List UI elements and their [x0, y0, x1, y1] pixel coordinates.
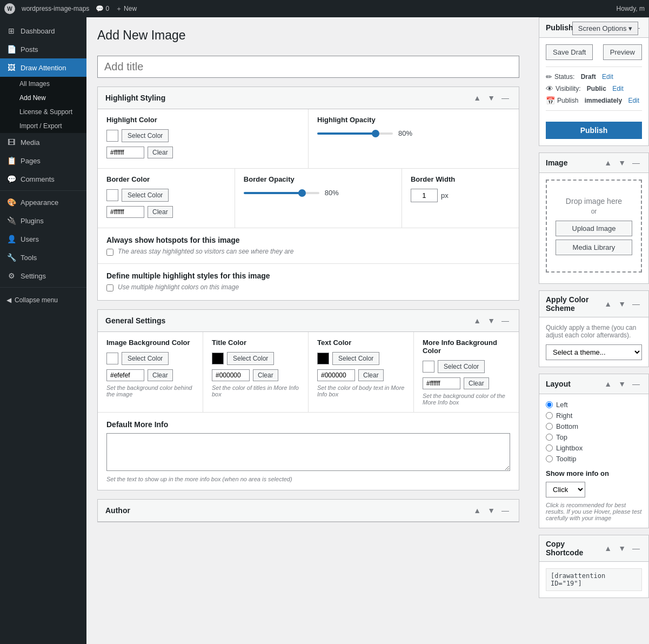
- title-select-color-button[interactable]: Select Color: [227, 352, 274, 365]
- layout-lightbox-radio[interactable]: [546, 444, 553, 452]
- panel-collapse-up[interactable]: ▲: [471, 92, 483, 103]
- general-panel-collapse-up[interactable]: ▲: [471, 315, 483, 326]
- highlight-color-swatch[interactable]: [106, 130, 118, 142]
- visibility-edit-link[interactable]: Edit: [612, 85, 624, 92]
- image-bg-swatch[interactable]: [106, 353, 118, 364]
- layout-panel-down[interactable]: ▼: [616, 379, 628, 389]
- sidebar-item-pages[interactable]: 📋 Pages: [0, 151, 86, 170]
- author-panel-up[interactable]: ▲: [471, 505, 483, 516]
- shortcode-panel-down[interactable]: ▼: [616, 543, 628, 554]
- sidebar-item-tools[interactable]: 🔧 Tools: [0, 248, 86, 267]
- publish-edit-link[interactable]: Edit: [628, 97, 639, 104]
- sidebar-subitem-add-new[interactable]: Add New: [0, 91, 86, 105]
- multiple-styles-row: Use multiple highlight colors on this im…: [106, 283, 510, 291]
- panel-collapse-down[interactable]: ▼: [485, 92, 497, 103]
- layout-top-radio[interactable]: [546, 434, 553, 441]
- sidebar-item-comments[interactable]: 💬 Comments: [0, 170, 86, 188]
- apply-color-scheme-desc: Quickly apply a theme (you can adjust ea…: [546, 324, 642, 339]
- shortcode-panel-close[interactable]: —: [630, 543, 642, 554]
- upload-image-button[interactable]: Upload Image: [556, 221, 632, 236]
- comments-link[interactable]: 💬 0: [96, 5, 109, 12]
- color-scheme-panel-up[interactable]: ▲: [602, 298, 614, 309]
- color-scheme-panel-down[interactable]: ▼: [616, 298, 628, 309]
- multiple-styles-checkbox[interactable]: [106, 284, 113, 291]
- layout-right-radio[interactable]: [546, 412, 553, 419]
- image-bg-clear-button[interactable]: Clear: [148, 369, 173, 381]
- scheme-select[interactable]: Select a theme... Default Dark Light: [546, 344, 642, 360]
- comments-count: 0: [105, 5, 109, 12]
- sidebar-item-draw-attention[interactable]: 🖼 Draw Attention: [0, 58, 86, 77]
- save-draft-button[interactable]: Save Draft: [546, 44, 593, 60]
- sidebar-item-media[interactable]: 🎞 Media: [0, 133, 86, 151]
- image-bg-color-input[interactable]: [106, 369, 144, 381]
- border-width-input[interactable]: [411, 189, 438, 202]
- highlight-opacity-slider[interactable]: [317, 132, 393, 135]
- title-color-input[interactable]: [212, 369, 250, 381]
- color-scheme-panel-close[interactable]: —: [630, 298, 642, 309]
- border-opacity-slider[interactable]: [244, 192, 319, 194]
- status-edit-link[interactable]: Edit: [602, 73, 613, 81]
- title-clear-button[interactable]: Clear: [253, 369, 278, 381]
- show-more-info-select[interactable]: Click Hover: [546, 482, 585, 497]
- more-info-bg-select-color-button[interactable]: Select Color: [438, 360, 485, 373]
- general-panel-collapse-down[interactable]: ▼: [485, 315, 497, 326]
- highlight-clear-button[interactable]: Clear: [148, 147, 173, 158]
- more-info-bg-input[interactable]: [423, 377, 460, 389]
- new-menu[interactable]: ＋ New: [116, 4, 137, 14]
- title-color-swatch[interactable]: [212, 353, 224, 364]
- sidebar-item-plugins[interactable]: 🔌 Plugins: [0, 211, 86, 230]
- multiple-styles-label: Use multiple highlight colors on this im…: [118, 283, 239, 291]
- layout-tooltip-radio[interactable]: [546, 455, 553, 462]
- publish-button[interactable]: Publish: [546, 122, 642, 139]
- image-panel-down[interactable]: ▼: [616, 157, 628, 168]
- border-color-input[interactable]: [106, 206, 144, 218]
- layout-panel-up[interactable]: ▲: [602, 379, 614, 389]
- shortcode-panel-up[interactable]: ▲: [602, 543, 614, 554]
- more-info-bg-clear-button[interactable]: Clear: [464, 377, 489, 389]
- image-panel-up[interactable]: ▲: [602, 157, 614, 168]
- border-color-swatch[interactable]: [106, 189, 118, 201]
- preview-button[interactable]: Preview: [603, 44, 642, 60]
- sidebar-item-appearance[interactable]: 🎨 Appearance: [0, 193, 86, 211]
- sidebar-item-users[interactable]: 👤 Users: [0, 230, 86, 248]
- more-info-bg-desc: Set the background color of the More Inf…: [423, 393, 510, 406]
- collapse-menu[interactable]: ◀ Collapse menu: [0, 292, 86, 308]
- site-name[interactable]: wordpress-image-maps: [22, 5, 89, 12]
- image-panel-close[interactable]: —: [630, 157, 642, 168]
- media-library-button[interactable]: Media Library: [556, 240, 632, 255]
- sidebar-item-settings[interactable]: ⚙ Settings: [0, 267, 86, 285]
- layout-left-radio[interactable]: [546, 401, 553, 408]
- sidebar-subitem-license[interactable]: License & Support: [0, 105, 86, 119]
- always-show-checkbox[interactable]: [106, 249, 113, 256]
- border-clear-button[interactable]: Clear: [148, 206, 173, 218]
- image-bg-select-color-button[interactable]: Select Color: [122, 352, 169, 365]
- general-panel-close[interactable]: —: [499, 315, 511, 326]
- sidebar-subitem-import-export[interactable]: Import / Export: [0, 119, 86, 133]
- topbar: W wordpress-image-maps 💬 0 ＋ New Howdy, …: [0, 0, 649, 17]
- highlight-color-input[interactable]: [106, 147, 144, 158]
- more-info-bg-title: More Info Background Color: [423, 338, 510, 355]
- layout-bottom-radio[interactable]: [546, 423, 553, 430]
- text-color-input[interactable]: [317, 369, 355, 381]
- default-more-info-section: Default More Info Set the text to show u…: [98, 412, 519, 490]
- text-clear-button[interactable]: Clear: [358, 369, 384, 381]
- image-drop-area[interactable]: Drop image here or Upload Image Media Li…: [546, 180, 642, 273]
- sidebar-subitem-all-images[interactable]: All Images: [0, 77, 86, 91]
- layout-panel-close[interactable]: —: [630, 379, 642, 389]
- sidebar-item-posts[interactable]: 📄 Posts: [0, 40, 86, 58]
- default-more-info-textarea[interactable]: [106, 433, 510, 471]
- highlight-color-row: Highlight Color Select Color Clear Highl…: [98, 109, 519, 168]
- author-panel-close[interactable]: —: [499, 505, 511, 516]
- layout-tooltip-label: Tooltip: [556, 455, 577, 463]
- show-more-info-row: Click Hover: [546, 482, 642, 497]
- title-input[interactable]: [97, 56, 519, 78]
- text-select-color-button[interactable]: Select Color: [332, 352, 379, 365]
- text-color-swatch[interactable]: [317, 353, 329, 364]
- panel-close[interactable]: —: [499, 92, 511, 103]
- more-info-bg-swatch[interactable]: [423, 361, 434, 373]
- highlight-select-color-button[interactable]: Select Color: [122, 129, 169, 142]
- shortcode-value[interactable]: [drawattention ID="19"]: [546, 568, 642, 591]
- author-panel-down[interactable]: ▼: [485, 505, 497, 516]
- sidebar-item-dashboard[interactable]: ⊞ Dashboard: [0, 22, 86, 40]
- border-select-color-button[interactable]: Select Color: [122, 189, 169, 202]
